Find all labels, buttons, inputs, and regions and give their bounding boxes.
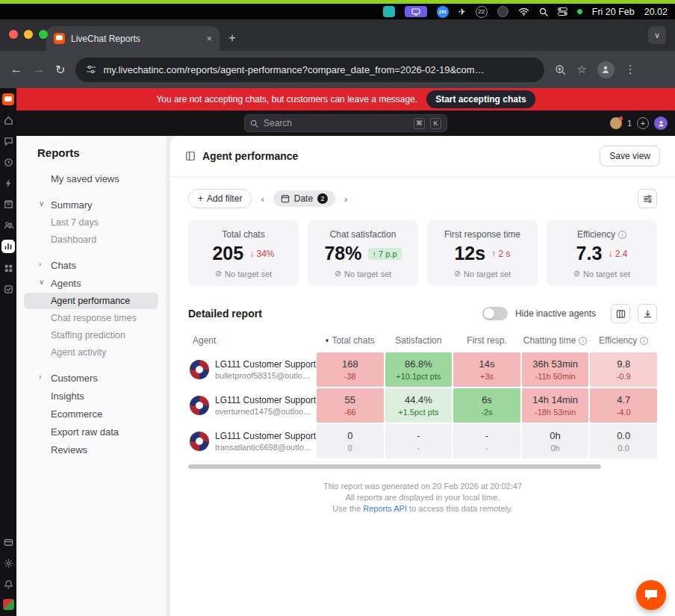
forward-button[interactable]: → [33,63,45,76]
sidebar-item-insights[interactable]: Insights [24,388,158,405]
reports-content: Reports My saved views ∨Summary Last 7 d… [16,136,675,616]
sidebar-item-ecommerce[interactable]: Ecommerce [24,405,158,423]
sidebar-item-chats[interactable]: ›Chats [24,257,158,274]
sidebar-item-agent-performance[interactable]: Agent performance [24,293,158,309]
download-report-button[interactable] [638,304,657,323]
total-chats-cell: 55-66 [317,388,384,423]
sort-desc-icon: ▾ [326,337,329,344]
reload-button[interactable]: ↻ [55,63,65,77]
chevron-down-icon: ∨ [39,278,44,286]
column-chatting-time[interactable]: Chatting timei [522,335,589,346]
agent-email: transatlantic6698@outlook.com [215,443,315,452]
zoom-menubar-icon[interactable]: zm [437,6,449,18]
report-panel-icon [185,151,196,161]
column-first-resp[interactable]: First resp. [453,335,520,346]
browser-profile-avatar[interactable] [597,61,615,78]
profile-avatar[interactable] [654,116,668,130]
chats-icon[interactable] [2,135,14,147]
info-icon[interactable]: i [618,231,626,239]
badge-22-menubar-icon[interactable]: 22 [476,6,488,18]
screen-sharing-indicator-icon[interactable] [405,6,427,17]
browser-tab[interactable]: LiveChat Reports × [46,26,220,51]
column-satisfaction[interactable]: Satisfaction [385,335,452,346]
menubar-clock[interactable]: 20.02 [644,7,668,17]
info-icon[interactable]: i [579,337,587,345]
sidebar-item-my-saved-views[interactable]: My saved views [24,170,158,187]
settings-gear-icon[interactable] [2,557,14,569]
agent-avatar[interactable] [610,117,622,129]
add-filter-button[interactable]: +Add filter [188,189,252,208]
tickets-icon[interactable] [2,283,14,295]
satisfaction-cell: 44.4%+1.5pct pts [385,388,452,423]
satisfaction-cell: -- [385,424,452,458]
notifications-bell-icon[interactable] [2,578,14,590]
address-bar[interactable]: my.livechatinc.com/reports/agent-perform… [75,57,544,82]
sidebar-item-dashboard[interactable]: Dashboard [24,231,158,248]
tab-close-icon[interactable]: × [206,33,212,44]
engage-icon[interactable] [2,156,14,168]
control-center-icon[interactable] [558,7,567,16]
app-topbar: ⌘ K 1 + [16,111,675,136]
archives-icon[interactable] [2,198,14,210]
back-button[interactable]: ← [10,63,22,76]
sidebar-item-summary[interactable]: ∨Summary [24,196,158,214]
detailed-report-header: Detailed report Hide inactive agents [188,304,657,323]
zoom-window-button[interactable] [39,30,48,39]
app-menubar-icon[interactable] [497,6,508,17]
global-search[interactable]: ⌘ K [244,114,447,132]
home-icon[interactable] [2,114,14,126]
url-text: my.livechatinc.com/reports/agent-perform… [103,64,484,75]
livechat-widget-button[interactable] [636,580,666,610]
sidebar-item-chat-response-times[interactable]: Chat response times [24,310,158,326]
close-window-button[interactable] [9,30,18,39]
bookmark-star-icon[interactable]: ☆ [576,63,586,76]
sidebar-item-reviews[interactable]: Reviews [24,441,158,458]
reports-api-link[interactable]: Reports API [363,504,407,513]
table-rows: LG111 Customer Support 02 bulletproof583… [188,352,657,458]
telegram-menubar-icon[interactable]: ✈ [458,7,466,17]
column-agent[interactable]: Agent [188,335,315,346]
livechat-logo[interactable] [2,93,14,105]
search-input[interactable] [264,118,408,128]
date-prev-button[interactable]: ‹ [258,192,267,206]
report-footer: This report was generated on 20 Feb 2026… [188,481,657,514]
reports-icon[interactable] [1,240,15,253]
info-icon[interactable]: i [640,337,648,345]
column-efficiency[interactable]: Efficiencyi [590,335,657,346]
date-filter-chip[interactable]: Date 2 [273,190,335,207]
site-controls-icon[interactable] [86,65,96,74]
start-accepting-chats-button[interactable]: Start accepting chats [426,90,535,108]
first-resp-cell: 14s+3s [453,352,520,387]
manage-columns-button[interactable] [611,304,630,323]
report-settings-button[interactable] [638,189,657,208]
webex-menubar-icon[interactable] [383,6,395,17]
main-area: Agent performance Save view +Add filter … [166,136,675,616]
column-total-chats[interactable]: ▾Total chats [317,335,384,346]
horizontal-scrollbar-thumb[interactable] [188,464,601,469]
sidebar-item-export-raw-data[interactable]: Export raw data [24,423,158,441]
sidebar-item-agent-activity[interactable]: Agent activity [24,344,158,361]
sidebar-item-staffing-prediction[interactable]: Staffing prediction [24,327,158,343]
sidebar-item-customers[interactable]: ›Customers [24,370,158,387]
browser-menu-icon[interactable]: ⋮ [625,63,636,76]
sidebar-item-agents[interactable]: ∨Agents [24,275,158,292]
spotlight-search-icon[interactable] [539,7,548,16]
agent-name: LG111 Customer Support 01 [215,395,315,405]
save-view-button[interactable]: Save view [600,146,660,167]
apps-icon[interactable] [2,262,14,274]
menubar-date[interactable]: Fri 20 Feb [592,7,635,17]
hide-inactive-agents-toggle[interactable] [482,307,508,320]
billing-icon[interactable] [2,536,14,548]
minimize-window-button[interactable] [24,30,33,39]
workspace-avatar[interactable] [3,599,14,610]
automation-icon[interactable] [2,177,14,189]
contacts-icon[interactable] [2,219,14,231]
date-next-button[interactable]: › [341,192,350,206]
wifi-icon[interactable] [518,7,529,16]
zoom-page-icon[interactable] [555,64,566,75]
sidebar-item-last-7-days[interactable]: Last 7 days [24,214,158,231]
invite-agent-button[interactable]: + [637,117,649,129]
tab-search-button[interactable]: ∨ [648,26,666,44]
new-tab-button[interactable]: + [228,31,236,46]
availability-banner: You are not accepting chats, but custome… [16,88,675,111]
